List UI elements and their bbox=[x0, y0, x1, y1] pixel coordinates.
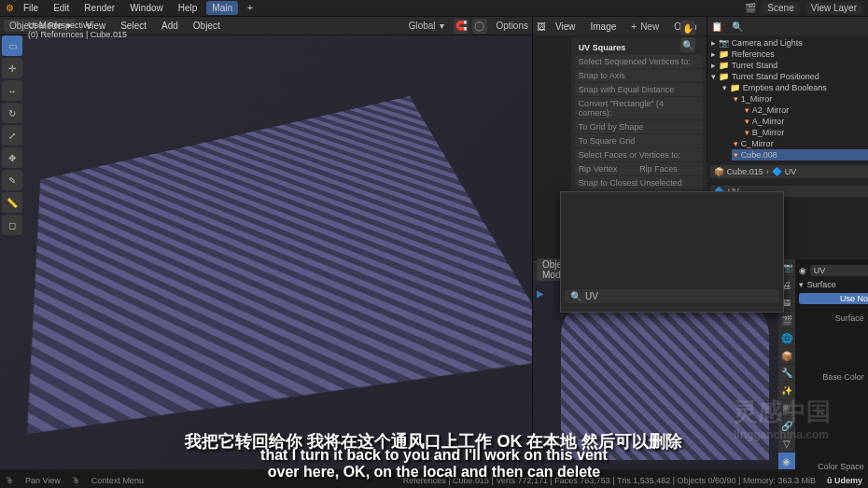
move-tool-icon[interactable]: ↔ bbox=[2, 80, 22, 101]
rip-faces-button[interactable]: Rip Faces bbox=[639, 164, 699, 174]
menu-help[interactable]: Help bbox=[173, 1, 203, 15]
viewlayer-selector[interactable]: View Layer bbox=[805, 2, 862, 14]
orientation-selector[interactable]: Global▾ bbox=[403, 20, 450, 32]
viewport-overlay-text: User Perspective (0) References | Cube.0… bbox=[28, 21, 127, 39]
outliner-icon: 📋 bbox=[711, 21, 722, 32]
options-dropdown[interactable]: Options bbox=[497, 21, 528, 31]
popup-search-input[interactable]: 🔍UV bbox=[565, 289, 779, 303]
scene-icon: 🎬 bbox=[745, 3, 756, 13]
snap-icon[interactable]: 🧲 bbox=[454, 19, 469, 34]
uv-view-menu[interactable]: View bbox=[550, 20, 581, 34]
square-grid-button[interactable]: To Square Grid bbox=[575, 134, 703, 147]
annotate-tool-icon[interactable]: ✎ bbox=[2, 170, 22, 190]
grid-shape-button[interactable]: To Grid by Shape bbox=[575, 120, 703, 133]
addcube-tool-icon[interactable]: ◻ bbox=[2, 215, 22, 235]
collection-icon: 📷 bbox=[719, 38, 729, 48]
add-menu[interactable]: Add bbox=[156, 19, 184, 33]
outliner-tree[interactable]: ▸📷Camera and Lights👁 ▸📁References👁 ▸📁Tur… bbox=[707, 35, 868, 161]
menu-window[interactable]: Window bbox=[124, 1, 169, 15]
zoom-icon[interactable]: 🔍 bbox=[680, 37, 695, 52]
rip-vertex-button[interactable]: Rip Vertex bbox=[579, 164, 638, 174]
snap-closest-button[interactable]: Snap to Closest Unselected bbox=[575, 176, 703, 189]
workspace-tab-main[interactable]: Main bbox=[206, 1, 238, 15]
blender-icon: ⚙ bbox=[6, 3, 14, 13]
uv-image-menu[interactable]: Image bbox=[585, 20, 623, 34]
play-icon[interactable]: ▶ bbox=[537, 288, 544, 299]
snap-axis-button[interactable]: Snap to Axis bbox=[575, 69, 703, 82]
snap-equal-button[interactable]: Snap with Equal Distance bbox=[575, 83, 703, 96]
material-slot[interactable]: UV bbox=[810, 265, 868, 276]
search-icon: 🔍 bbox=[570, 291, 581, 301]
outliner-search[interactable]: 🔍 bbox=[726, 21, 868, 33]
uv-label: Select Sequenced Vertices to: bbox=[575, 55, 703, 68]
viewport-3d-main[interactable]: Object Mode▾ View Select Add Object Glob… bbox=[0, 17, 532, 469]
scale-tool-icon[interactable]: ⤢ bbox=[2, 125, 22, 146]
measure-tool-icon[interactable]: 📏 bbox=[2, 192, 22, 213]
search-popup: 🔍UV bbox=[560, 191, 784, 313]
object-tab-icon[interactable]: 📦 bbox=[778, 347, 795, 364]
rotate-tool-icon[interactable]: ↻ bbox=[2, 103, 22, 123]
workspace-add[interactable]: + bbox=[242, 1, 259, 15]
material-tab-icon[interactable]: ◉ bbox=[778, 453, 795, 469]
world-tab-icon[interactable]: 🌐 bbox=[778, 329, 795, 346]
hand-pan-icon[interactable]: ✋ bbox=[680, 21, 695, 35]
menu-file[interactable]: File bbox=[18, 1, 44, 15]
uv-label: Select Faces or Vertices to: bbox=[575, 148, 703, 161]
scene-selector[interactable]: Scene bbox=[762, 2, 799, 14]
cursor-tool-icon[interactable]: ✛ bbox=[2, 58, 22, 78]
menu-edit[interactable]: Edit bbox=[48, 1, 75, 15]
menu-render[interactable]: Render bbox=[78, 1, 120, 15]
menu-bar: ⚙ File Edit Render Window Help Main + 🎬 … bbox=[0, 0, 868, 17]
uv-label: Convert "Rectangle" (4 corners): bbox=[575, 97, 703, 119]
select-box-tool-icon[interactable]: ▭ bbox=[2, 35, 22, 56]
subtitle-english: that I turn it back to you and I'll work… bbox=[260, 447, 608, 481]
proportional-icon[interactable]: ◯ bbox=[472, 19, 487, 34]
watermark: 灵感中国 lingganchina.com bbox=[734, 396, 831, 441]
transform-tool-icon[interactable]: ✥ bbox=[2, 147, 22, 168]
uv-new-button[interactable]: +New bbox=[625, 21, 665, 33]
uv-editor-icon: 🖼 bbox=[537, 21, 546, 32]
use-nodes-button[interactable]: Use Nodes bbox=[799, 293, 868, 304]
uv-data-icon: 🔷 bbox=[772, 167, 782, 176]
object-menu[interactable]: Object bbox=[188, 19, 226, 33]
modifier-tab-icon[interactable]: 🔧 bbox=[778, 365, 795, 382]
scene-tab-icon[interactable]: 🎬 bbox=[778, 312, 795, 328]
